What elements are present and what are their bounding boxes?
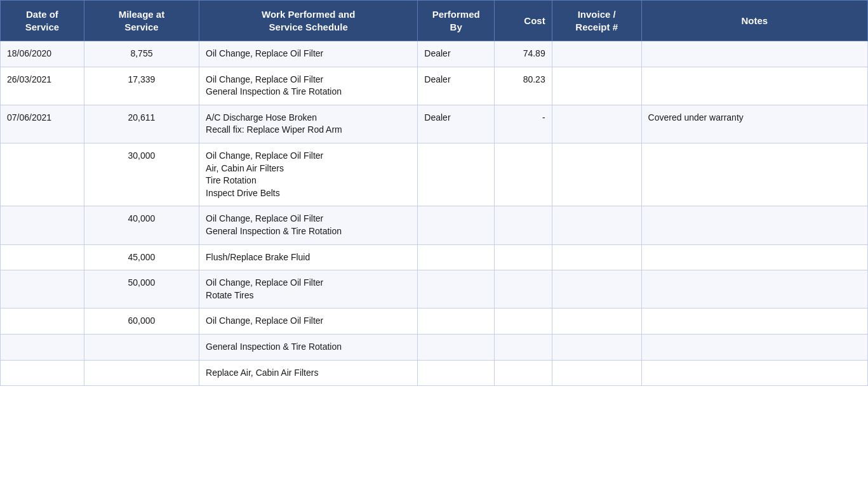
cell-date: 26/03/2021 bbox=[1, 67, 84, 105]
cell-work: Oil Change, Replace Oil FilterAir, Cabin… bbox=[199, 143, 418, 206]
cell-work: Oil Change, Replace Oil FilterRotate Tir… bbox=[199, 270, 418, 309]
cell-date bbox=[1, 206, 84, 244]
cell-performed bbox=[418, 270, 495, 309]
cell-date bbox=[1, 309, 84, 335]
table-row: 45,000 Flush/Replace Brake Fluid bbox=[1, 244, 868, 270]
cell-date bbox=[1, 143, 84, 206]
cell-notes bbox=[641, 360, 867, 386]
cell-work: Oil Change, Replace Oil FilterGeneral In… bbox=[199, 67, 418, 105]
table-row: 18/06/2020 8,755 Oil Change, Replace Oil… bbox=[1, 41, 868, 67]
cell-date bbox=[1, 270, 84, 309]
cell-performed bbox=[418, 244, 495, 270]
header-performed: PerformedBy bbox=[418, 1, 495, 41]
cell-cost bbox=[495, 206, 552, 244]
cell-work: Flush/Replace Brake Fluid bbox=[199, 244, 418, 270]
cell-notes bbox=[641, 41, 867, 67]
cell-cost: 74.89 bbox=[495, 41, 552, 67]
cell-work: Oil Change, Replace Oil Filter bbox=[199, 41, 418, 67]
cell-performed: Dealer bbox=[418, 67, 495, 105]
cell-work: Oil Change, Replace Oil FilterGeneral In… bbox=[199, 206, 418, 244]
cell-cost bbox=[495, 309, 552, 335]
cell-cost bbox=[495, 270, 552, 309]
cell-performed bbox=[418, 360, 495, 386]
cell-work: General Inspection & Tire Rotation bbox=[199, 334, 418, 360]
cell-notes bbox=[641, 206, 867, 244]
cell-notes bbox=[641, 309, 867, 335]
cell-date bbox=[1, 334, 84, 360]
table-row: 26/03/2021 17,339 Oil Change, Replace Oi… bbox=[1, 67, 868, 105]
cell-work: Replace Air, Cabin Air Filters bbox=[199, 360, 418, 386]
cell-mileage bbox=[84, 360, 199, 386]
cell-invoice bbox=[552, 206, 641, 244]
table-row: 60,000 Oil Change, Replace Oil Filter bbox=[1, 309, 868, 335]
cell-date: 07/06/2021 bbox=[1, 105, 84, 143]
cell-notes bbox=[641, 244, 867, 270]
service-table: Date ofService Mileage atService Work Pe… bbox=[0, 0, 868, 386]
cell-notes bbox=[641, 334, 867, 360]
cell-mileage: 60,000 bbox=[84, 309, 199, 335]
cell-cost bbox=[495, 143, 552, 206]
cell-mileage: 20,611 bbox=[84, 105, 199, 143]
table-header-row: Date ofService Mileage atService Work Pe… bbox=[1, 1, 868, 41]
cell-invoice bbox=[552, 143, 641, 206]
cell-cost bbox=[495, 244, 552, 270]
cell-performed bbox=[418, 309, 495, 335]
cell-performed: Dealer bbox=[418, 105, 495, 143]
header-mileage: Mileage atService bbox=[84, 1, 199, 41]
cell-invoice bbox=[552, 360, 641, 386]
cell-mileage: 45,000 bbox=[84, 244, 199, 270]
cell-performed bbox=[418, 206, 495, 244]
cell-mileage: 50,000 bbox=[84, 270, 199, 309]
cell-invoice bbox=[552, 244, 641, 270]
cell-date: 18/06/2020 bbox=[1, 41, 84, 67]
cell-notes: Covered under warranty bbox=[641, 105, 867, 143]
cell-invoice bbox=[552, 309, 641, 335]
cell-cost bbox=[495, 334, 552, 360]
cell-date bbox=[1, 244, 84, 270]
cell-mileage: 30,000 bbox=[84, 143, 199, 206]
cell-performed bbox=[418, 143, 495, 206]
table-row: 50,000 Oil Change, Replace Oil FilterRot… bbox=[1, 270, 868, 309]
header-notes: Notes bbox=[641, 1, 867, 41]
table-row: 40,000 Oil Change, Replace Oil FilterGen… bbox=[1, 206, 868, 244]
cell-mileage: 40,000 bbox=[84, 206, 199, 244]
cell-invoice bbox=[552, 105, 641, 143]
header-cost: Cost bbox=[495, 1, 552, 41]
table-row: General Inspection & Tire Rotation bbox=[1, 334, 868, 360]
cell-mileage: 8,755 bbox=[84, 41, 199, 67]
cell-notes bbox=[641, 270, 867, 309]
cell-invoice bbox=[552, 270, 641, 309]
cell-work: Oil Change, Replace Oil Filter bbox=[199, 309, 418, 335]
cell-invoice bbox=[552, 67, 641, 105]
table-row: 30,000 Oil Change, Replace Oil FilterAir… bbox=[1, 143, 868, 206]
cell-cost: 80.23 bbox=[495, 67, 552, 105]
cell-performed bbox=[418, 334, 495, 360]
cell-notes bbox=[641, 67, 867, 105]
header-date: Date ofService bbox=[1, 1, 84, 41]
cell-mileage: 17,339 bbox=[84, 67, 199, 105]
cell-invoice bbox=[552, 41, 641, 67]
cell-notes bbox=[641, 143, 867, 206]
cell-mileage bbox=[84, 334, 199, 360]
header-work: Work Performed andService Schedule bbox=[199, 1, 418, 41]
cell-performed: Dealer bbox=[418, 41, 495, 67]
cell-date bbox=[1, 360, 84, 386]
table-row: 07/06/2021 20,611 A/C Discharge Hose Bro… bbox=[1, 105, 868, 143]
table-row: Replace Air, Cabin Air Filters bbox=[1, 360, 868, 386]
cell-cost bbox=[495, 360, 552, 386]
cell-work: A/C Discharge Hose BrokenRecall fix: Rep… bbox=[199, 105, 418, 143]
cell-cost: - bbox=[495, 105, 552, 143]
header-invoice: Invoice /Receipt # bbox=[552, 1, 641, 41]
cell-invoice bbox=[552, 334, 641, 360]
